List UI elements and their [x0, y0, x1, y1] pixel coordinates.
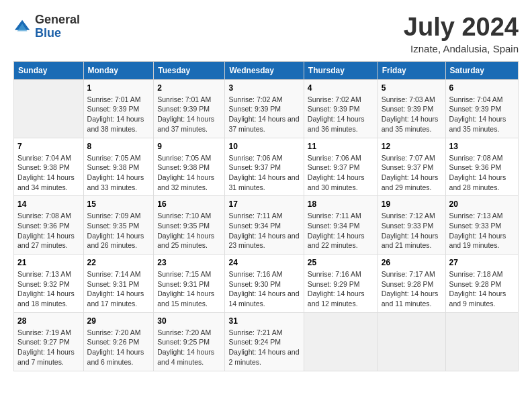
sunrise-text: Sunrise: 7:14 AM: [87, 269, 150, 279]
day-info: Sunrise: 7:21 AMSunset: 9:24 PMDaylight:…: [228, 328, 300, 367]
sunrise-text: Sunrise: 7:20 AM: [157, 328, 221, 338]
day-info: Sunrise: 7:06 AMSunset: 9:37 PMDaylight:…: [228, 153, 300, 193]
sunset-text: Sunset: 9:36 PM: [17, 221, 80, 231]
calendar-week-row: 1Sunrise: 7:01 AMSunset: 9:39 PMDaylight…: [14, 79, 519, 138]
sunset-text: Sunset: 9:39 PM: [382, 104, 442, 114]
logo: General Blue: [13, 13, 80, 40]
daylight-text: Daylight: 14 hours and 31 minutes.: [228, 173, 300, 192]
daylight-text: Daylight: 14 hours and 4 minutes.: [157, 347, 221, 367]
daylight-text: Daylight: 14 hours and 12 minutes.: [308, 289, 374, 308]
day-number: 6: [449, 83, 515, 93]
day-number: 4: [308, 83, 374, 93]
day-info: Sunrise: 7:04 AMSunset: 9:39 PMDaylight:…: [449, 95, 515, 134]
day-info: Sunrise: 7:13 AMSunset: 9:32 PMDaylight:…: [17, 269, 80, 309]
sunset-text: Sunset: 9:39 PM: [157, 104, 221, 114]
day-number: 20: [449, 199, 515, 209]
day-info: Sunrise: 7:15 AMSunset: 9:31 PMDaylight:…: [157, 269, 221, 309]
day-number: 25: [308, 258, 374, 267]
logo-icon: [13, 17, 32, 36]
daylight-text: Daylight: 14 hours and 19 minutes.: [449, 231, 515, 250]
sunrise-text: Sunrise: 7:11 AM: [228, 211, 300, 221]
daylight-text: Daylight: 14 hours and 21 minutes.: [382, 231, 442, 250]
sunrise-text: Sunrise: 7:11 AM: [308, 211, 374, 221]
day-number: 30: [157, 316, 221, 326]
day-info: Sunrise: 7:11 AMSunset: 9:34 PMDaylight:…: [308, 211, 374, 250]
sunrise-text: Sunrise: 7:05 AM: [87, 153, 150, 163]
calendar-cell: 2Sunrise: 7:01 AMSunset: 9:39 PMDaylight…: [154, 79, 225, 138]
calendar-cell: 3Sunrise: 7:02 AMSunset: 9:39 PMDaylight…: [225, 79, 304, 138]
daylight-text: Daylight: 14 hours and 36 minutes.: [308, 114, 374, 134]
day-info: Sunrise: 7:17 AMSunset: 9:28 PMDaylight:…: [382, 269, 442, 309]
day-number: 14: [17, 199, 80, 209]
calendar-cell: 22Sunrise: 7:14 AMSunset: 9:31 PMDayligh…: [83, 255, 154, 313]
sunrise-text: Sunrise: 7:21 AM: [228, 328, 300, 338]
sunset-text: Sunset: 9:38 PM: [87, 163, 150, 173]
header-day: Wednesday: [225, 61, 304, 79]
calendar-cell: 7Sunrise: 7:04 AMSunset: 9:38 PMDaylight…: [14, 138, 84, 196]
day-number: 10: [228, 142, 300, 151]
daylight-text: Daylight: 14 hours and 38 minutes.: [87, 114, 150, 134]
day-info: Sunrise: 7:03 AMSunset: 9:39 PMDaylight:…: [382, 95, 442, 134]
day-number: 29: [87, 316, 150, 326]
day-info: Sunrise: 7:09 AMSunset: 9:35 PMDaylight:…: [87, 211, 150, 250]
calendar-week-row: 21Sunrise: 7:13 AMSunset: 9:32 PMDayligh…: [14, 255, 519, 313]
calendar-cell: [445, 312, 518, 371]
daylight-text: Daylight: 14 hours and 15 minutes.: [157, 289, 221, 308]
daylight-text: Daylight: 14 hours and 29 minutes.: [382, 173, 442, 192]
sunrise-text: Sunrise: 7:19 AM: [17, 328, 80, 338]
calendar-body: 1Sunrise: 7:01 AMSunset: 9:39 PMDaylight…: [14, 79, 519, 371]
logo-line1: General: [35, 13, 80, 27]
day-info: Sunrise: 7:16 AMSunset: 9:29 PMDaylight:…: [308, 269, 374, 309]
sunrise-text: Sunrise: 7:17 AM: [382, 269, 442, 279]
day-info: Sunrise: 7:06 AMSunset: 9:37 PMDaylight:…: [308, 153, 374, 193]
day-info: Sunrise: 7:02 AMSunset: 9:39 PMDaylight:…: [228, 95, 300, 134]
day-info: Sunrise: 7:18 AMSunset: 9:28 PMDaylight:…: [449, 269, 515, 309]
sunrise-text: Sunrise: 7:04 AM: [17, 153, 80, 163]
sunrise-text: Sunrise: 7:16 AM: [228, 269, 300, 279]
sunrise-text: Sunrise: 7:06 AM: [308, 153, 374, 163]
sunset-text: Sunset: 9:37 PM: [382, 163, 442, 173]
sunrise-text: Sunrise: 7:15 AM: [157, 269, 221, 279]
calendar-cell: 29Sunrise: 7:20 AMSunset: 9:26 PMDayligh…: [83, 312, 154, 371]
daylight-text: Daylight: 14 hours and 7 minutes.: [17, 347, 80, 367]
page-header: General Blue July 2024 Iznate, Andalusia…: [13, 13, 519, 54]
calendar-cell: 4Sunrise: 7:02 AMSunset: 9:39 PMDaylight…: [304, 79, 378, 138]
day-number: 28: [17, 316, 80, 326]
sunrise-text: Sunrise: 7:20 AM: [87, 328, 150, 338]
calendar-header: SundayMondayTuesdayWednesdayThursdayFrid…: [14, 61, 519, 79]
day-number: 17: [228, 199, 300, 209]
daylight-text: Daylight: 14 hours and 35 minutes.: [382, 114, 442, 134]
calendar-table: SundayMondayTuesdayWednesdayThursdayFrid…: [13, 61, 519, 371]
day-number: 22: [87, 258, 150, 267]
sunset-text: Sunset: 9:37 PM: [308, 163, 374, 173]
sunset-text: Sunset: 9:34 PM: [308, 221, 374, 231]
header-row: SundayMondayTuesdayWednesdayThursdayFrid…: [14, 61, 519, 79]
day-number: 5: [382, 83, 442, 93]
daylight-text: Daylight: 14 hours and 33 minutes.: [87, 173, 150, 192]
sunrise-text: Sunrise: 7:08 AM: [17, 211, 80, 221]
sunset-text: Sunset: 9:39 PM: [228, 104, 300, 114]
sunset-text: Sunset: 9:31 PM: [157, 279, 221, 289]
calendar-cell: 18Sunrise: 7:11 AMSunset: 9:34 PMDayligh…: [304, 196, 378, 255]
sunrise-text: Sunrise: 7:04 AM: [449, 95, 515, 105]
calendar-cell: 9Sunrise: 7:05 AMSunset: 9:38 PMDaylight…: [154, 138, 225, 196]
calendar-cell: 30Sunrise: 7:20 AMSunset: 9:25 PMDayligh…: [154, 312, 225, 371]
sunset-text: Sunset: 9:28 PM: [382, 279, 442, 289]
calendar-cell: 25Sunrise: 7:16 AMSunset: 9:29 PMDayligh…: [304, 255, 378, 313]
day-info: Sunrise: 7:05 AMSunset: 9:38 PMDaylight:…: [87, 153, 150, 193]
daylight-text: Daylight: 14 hours and 22 minutes.: [308, 231, 374, 250]
sunset-text: Sunset: 9:32 PM: [17, 279, 80, 289]
sunset-text: Sunset: 9:34 PM: [228, 221, 300, 231]
calendar-cell: [304, 312, 378, 371]
sunrise-text: Sunrise: 7:18 AM: [449, 269, 515, 279]
daylight-text: Daylight: 14 hours and 37 minutes.: [157, 114, 221, 134]
calendar-cell: [378, 312, 445, 371]
calendar-cell: 21Sunrise: 7:13 AMSunset: 9:32 PMDayligh…: [14, 255, 84, 313]
day-info: Sunrise: 7:04 AMSunset: 9:38 PMDaylight:…: [17, 153, 80, 193]
calendar-cell: 16Sunrise: 7:10 AMSunset: 9:35 PMDayligh…: [154, 196, 225, 255]
header-day: Tuesday: [154, 61, 225, 79]
day-number: 27: [449, 258, 515, 267]
daylight-text: Daylight: 14 hours and 17 minutes.: [87, 289, 150, 308]
calendar-cell: 12Sunrise: 7:07 AMSunset: 9:37 PMDayligh…: [378, 138, 445, 196]
calendar-cell: 5Sunrise: 7:03 AMSunset: 9:39 PMDaylight…: [378, 79, 445, 138]
